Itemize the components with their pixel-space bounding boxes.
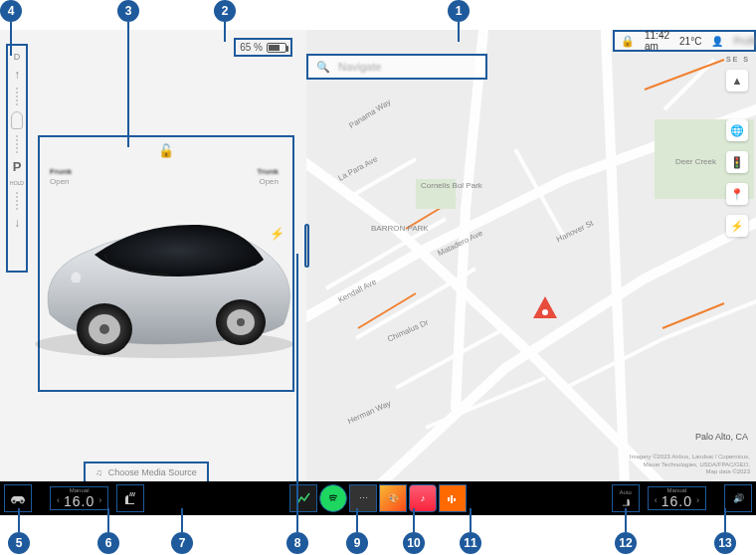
callout-4: 4 xyxy=(0,0,22,22)
car-render xyxy=(10,175,308,374)
north-up-icon[interactable]: ▲ xyxy=(726,70,748,92)
lock-icon[interactable]: 🔒 xyxy=(621,35,635,48)
svg-point-12 xyxy=(20,499,24,503)
chevron-left-icon[interactable]: ‹ xyxy=(655,496,658,506)
callout-1: 1 xyxy=(448,0,470,22)
unlock-icon[interactable]: 🔓 xyxy=(158,143,174,158)
panel-drag-handle[interactable] xyxy=(304,224,309,268)
map-label: Deer Creek xyxy=(675,157,716,166)
charger-icon[interactable]: ⚡ xyxy=(726,215,748,237)
callout-7: 7 xyxy=(171,532,193,554)
chevron-right-icon[interactable]: › xyxy=(696,496,699,506)
outside-temp: 21°C xyxy=(679,36,701,47)
search-icon: 🔍 xyxy=(316,61,330,74)
callout-11: 11 xyxy=(460,532,481,554)
app-tray: ⋯ 🎨 ♪ xyxy=(289,484,467,512)
gear-p: P xyxy=(13,159,22,174)
driver-seat-heat-button[interactable] xyxy=(116,484,144,512)
clock: 11:42 am xyxy=(645,30,669,52)
volume-button[interactable]: 🔊 xyxy=(724,484,752,512)
map-attribution: Imagery ©2023 Airbus, Landsat / Copernic… xyxy=(630,454,750,475)
callout-12: 12 xyxy=(615,532,637,554)
car-status-card[interactable]: 🔓 FrunkOpen TrunkOpen ⚡ xyxy=(38,135,294,392)
battery-percent: 65 % xyxy=(240,42,263,53)
app-more-icon[interactable]: ⋯ xyxy=(349,484,377,512)
status-bar: 🔒 11:42 am 21°C 👤 Profile 📶 ⦿ ✕ PASSENGE… xyxy=(613,30,756,52)
app-toybox-icon[interactable]: 🎨 xyxy=(379,484,407,512)
navigate-search[interactable]: 🔍 Navigate xyxy=(306,54,487,80)
arrow-up-icon: ↑ xyxy=(14,68,20,82)
music-note-icon: ♫ xyxy=(95,467,102,477)
left-panel: 65 % D ↑ P HOLD ↓ 🔓 FrunkOpen xyxy=(0,30,306,481)
gear-d: D xyxy=(14,52,21,62)
svg-rect-14 xyxy=(451,495,453,503)
map-label: Cornelis Bol Park xyxy=(421,181,482,190)
driver-temp[interactable]: Manual ‹16.0› xyxy=(50,486,108,510)
bottom-bar: Manual ‹16.0› ⋯ 🎨 ♪ Auto Manual ‹16.0› 🔊 xyxy=(0,481,756,515)
compass[interactable]: SE S xyxy=(726,56,748,63)
search-placeholder: Navigate xyxy=(338,61,381,73)
callout-10: 10 xyxy=(403,532,425,554)
callout-2: 2 xyxy=(214,0,236,22)
profile-name[interactable]: Profile xyxy=(733,36,756,47)
callout-13: 13 xyxy=(714,532,736,554)
map-label: BARRON PARK xyxy=(371,224,429,233)
callout-5: 5 xyxy=(8,532,30,554)
gear-dots xyxy=(16,88,18,105)
callout-3: 3 xyxy=(117,0,139,22)
svg-point-3 xyxy=(99,324,109,334)
svg-point-11 xyxy=(12,499,16,503)
chevron-right-icon[interactable]: › xyxy=(98,496,101,506)
map-controls: 🌐 🚦 📍 ⚡ xyxy=(726,119,748,237)
map-panel[interactable]: 🔒 11:42 am 21°C 👤 Profile 📶 ⦿ ✕ PASSENGE… xyxy=(306,30,756,481)
app-energy-icon[interactable] xyxy=(289,484,317,512)
app-spotify-icon[interactable] xyxy=(319,484,347,512)
callout-8: 8 xyxy=(286,532,308,554)
battery-icon xyxy=(267,43,286,53)
svg-point-6 xyxy=(237,318,245,326)
gear-car-icon xyxy=(11,111,23,129)
chevron-left-icon[interactable]: ‹ xyxy=(57,496,60,506)
svg-rect-13 xyxy=(448,497,450,501)
battery-status: 65 % xyxy=(234,38,292,57)
app-tunein-icon[interactable] xyxy=(439,484,467,512)
media-source-button[interactable]: ♫ Choose Media Source xyxy=(84,462,209,481)
globe-icon[interactable]: 🌐 xyxy=(726,119,748,141)
svg-rect-15 xyxy=(454,498,456,501)
callout-9: 9 xyxy=(346,532,368,554)
pin-icon[interactable]: 📍 xyxy=(726,183,748,205)
traffic-icon[interactable]: 🚦 xyxy=(726,151,748,173)
callout-6: 6 xyxy=(97,532,119,554)
map-location: Palo Alto, CA xyxy=(695,432,748,442)
passenger-temp[interactable]: Manual ‹16.0› xyxy=(648,486,706,510)
svg-point-10 xyxy=(542,309,548,315)
profile-icon[interactable]: 👤 xyxy=(711,36,723,47)
